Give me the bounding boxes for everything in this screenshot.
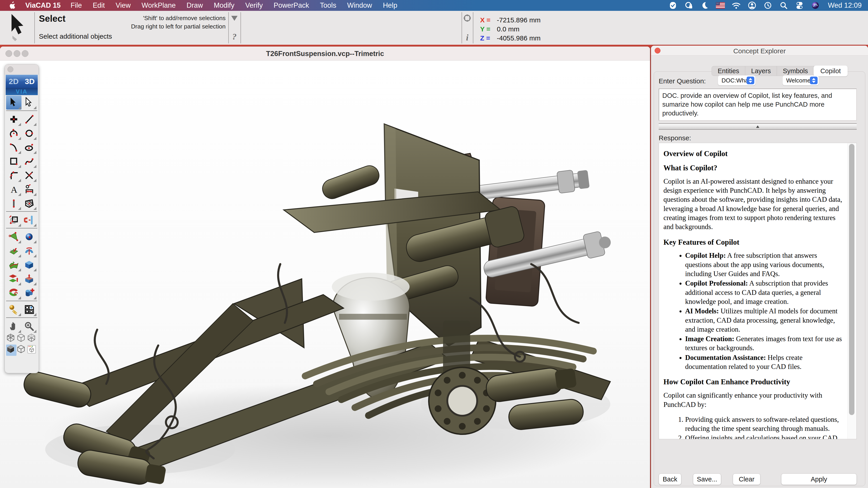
select-alt-tool[interactable] — [22, 96, 37, 109]
circle-tool[interactable] — [22, 126, 37, 140]
menu-clock[interactable]: Wed 12:09 — [828, 1, 862, 9]
wireframe-axes-view-tool[interactable] — [6, 333, 17, 345]
arc-tool[interactable] — [6, 126, 22, 140]
document-titlebar[interactable]: T26FrontSuspension.vcp--Trimetric — [0, 46, 650, 61]
menu-help[interactable]: Help — [377, 1, 403, 9]
user-icon[interactable] — [747, 1, 756, 10]
sphere-tool[interactable] — [22, 230, 37, 244]
trim-tool[interactable] — [22, 168, 37, 182]
tab-copilot[interactable]: Copilot — [813, 66, 847, 76]
line-tool[interactable] — [22, 112, 37, 126]
boolean-tool[interactable] — [22, 286, 37, 300]
menu-edit[interactable]: Edit — [87, 1, 110, 9]
logo-3d-label: 3D — [25, 77, 35, 86]
question-input[interactable]: DOC. provide an overview of Copilot, lis… — [659, 89, 857, 121]
menu-app-name[interactable]: ViaCAD 15 — [25, 1, 61, 9]
layout-sheet-tool[interactable] — [22, 302, 37, 317]
pan-hand-icon — [8, 321, 19, 331]
hatch-tool[interactable] — [22, 196, 37, 210]
ellipse-tool[interactable] — [22, 140, 37, 154]
sweep-icon — [8, 288, 19, 298]
solid-box-tool[interactable] — [22, 258, 37, 272]
coordinate-readout: X =-7215.896 mm Y =0.0 mm Z =-4055.986 m… — [480, 16, 540, 43]
hidden-line-view-tool[interactable] — [17, 345, 27, 356]
siri-icon[interactable] — [811, 1, 820, 10]
wifi-icon[interactable] — [732, 1, 741, 10]
menu-workplane[interactable]: WorkPlane — [136, 1, 181, 9]
model-viewport[interactable] — [0, 61, 650, 488]
tracking-target-icon[interactable] — [463, 14, 471, 23]
panel-titlebar[interactable]: Concept Explorer — [651, 46, 868, 56]
clear-button[interactable]: Clear — [733, 474, 761, 485]
rectangle-tool[interactable] — [6, 154, 22, 168]
thicken-tool[interactable] — [22, 272, 37, 286]
response-scrollbar[interactable] — [847, 143, 857, 439]
fillet-tool[interactable] — [6, 168, 22, 182]
question-response-splitter[interactable] — [659, 123, 857, 130]
loft-surface-tool[interactable] — [6, 258, 22, 272]
menu-window[interactable]: Window — [342, 1, 377, 9]
menu-draw[interactable]: Draw — [181, 1, 208, 9]
select-tool[interactable] — [6, 96, 22, 109]
palette-titlebar[interactable] — [5, 64, 39, 74]
time-machine-icon[interactable] — [763, 1, 772, 10]
menu-verify[interactable]: Verify — [240, 1, 268, 9]
curve-tool[interactable] — [6, 140, 22, 154]
control-center-icon[interactable] — [795, 1, 804, 10]
menu-modify[interactable]: Modify — [209, 1, 240, 9]
wireframe-iso-view-tool[interactable] — [27, 333, 37, 345]
info-button[interactable]: i — [462, 33, 472, 42]
tool-flyout-button[interactable] — [231, 16, 238, 21]
menu-file[interactable]: File — [65, 1, 87, 9]
tool-options-bar: Select 'Shift' to add/remove selections … — [0, 11, 868, 45]
response-area[interactable]: Overview of Copilot What is Copilot? Cop… — [659, 143, 857, 439]
lock-icon[interactable] — [684, 1, 693, 10]
shaded-view-tool[interactable] — [6, 345, 17, 356]
menu-tools[interactable]: Tools — [314, 1, 342, 9]
sweep-tool[interactable] — [6, 286, 22, 300]
transform-tool[interactable] — [6, 213, 22, 227]
offset-surface-tool[interactable] — [6, 272, 22, 286]
revolve-surface-tool[interactable] — [22, 244, 37, 258]
welcome-dropdown[interactable]: Welcome — [782, 75, 819, 86]
segment-tool[interactable] — [6, 196, 22, 210]
offset-surface-icon — [8, 273, 19, 284]
zoom-in-tool[interactable] — [22, 319, 37, 333]
palette-close-button[interactable] — [7, 66, 13, 72]
tab-symbols[interactable]: Symbols — [777, 66, 814, 76]
menu-view[interactable]: View — [110, 1, 136, 9]
task-check-icon[interactable] — [669, 1, 677, 10]
tab-entities[interactable]: Entities — [712, 66, 745, 76]
response-scrollbar-thumb[interactable] — [849, 144, 855, 415]
spotlight-icon[interactable] — [779, 1, 788, 10]
pan-tool[interactable] — [6, 319, 22, 333]
productivity-item: Providing quick answers to software-rela… — [685, 415, 845, 433]
palette-separator — [6, 301, 37, 302]
spline-tool[interactable] — [22, 154, 37, 168]
apply-button[interactable]: Apply — [781, 474, 857, 485]
question-preset-dropdown[interactable]: DOC:What.. — [718, 75, 755, 86]
stepper-icon[interactable] — [810, 76, 817, 84]
snap-magnet-tool[interactable] — [22, 213, 37, 227]
tool-help-button[interactable]: ? — [229, 32, 240, 41]
us-flag-icon[interactable] — [716, 1, 725, 10]
palette-separator — [6, 110, 37, 111]
stepper-icon[interactable] — [747, 76, 754, 84]
point-tool[interactable] — [6, 112, 22, 126]
apple-icon[interactable] — [9, 1, 16, 9]
wireframe-view-tool[interactable] — [17, 333, 27, 345]
point-icon — [8, 114, 19, 125]
menu-powerpack[interactable]: PowerPack — [268, 1, 315, 9]
render-tool[interactable] — [6, 302, 22, 317]
back-button[interactable]: Back — [659, 474, 681, 485]
tab-layers[interactable]: Layers — [745, 66, 777, 76]
coord-z-value: -4055.986 mm — [497, 34, 540, 42]
moon-icon[interactable] — [700, 1, 709, 10]
save-button[interactable]: Save... — [693, 474, 721, 485]
dimension-tool[interactable] — [22, 182, 37, 196]
text-tool[interactable]: A — [6, 182, 22, 196]
extrude-surface-tool[interactable] — [6, 244, 22, 258]
toolbar-divider — [34, 12, 35, 43]
viewport-preview-tool[interactable] — [27, 345, 37, 356]
surface-mesh-tool[interactable] — [6, 230, 22, 244]
